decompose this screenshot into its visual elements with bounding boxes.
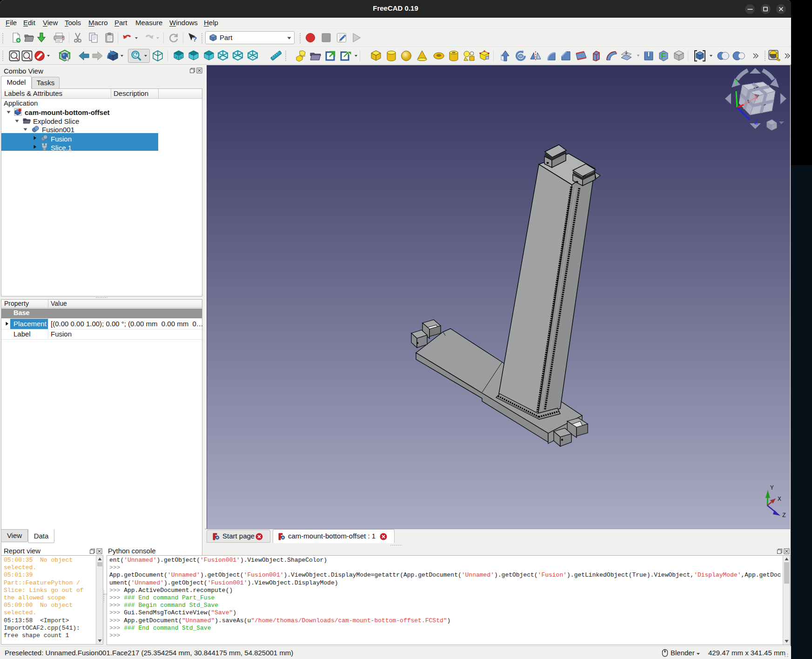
svg-text:Y: Y — [770, 484, 774, 491]
svg-text:F: F — [661, 52, 666, 60]
svg-text:Y: Y — [734, 79, 738, 86]
svg-text:X: X — [778, 496, 781, 503]
svg-text:X: X — [754, 94, 758, 101]
svg-text:Z: Z — [754, 119, 758, 126]
svg-text:Z: Z — [782, 512, 786, 519]
svg-text:?: ? — [193, 35, 197, 43]
